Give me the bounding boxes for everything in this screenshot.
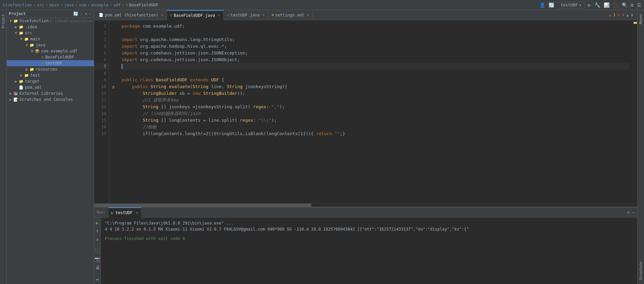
line-num: 3 bbox=[94, 36, 109, 43]
scroll-down-button[interactable]: ↓ bbox=[95, 236, 100, 242]
stop-button[interactable]: ⬛ bbox=[95, 248, 100, 254]
tree-external-libraries[interactable]: ▶ 📚 External Libraries bbox=[7, 90, 94, 96]
library-icon: 📚 bbox=[13, 91, 18, 96]
update-icon[interactable]: 🔄 bbox=[549, 2, 554, 8]
breadcrumb-java[interactable]: java bbox=[64, 3, 74, 7]
breadcrumb-com[interactable]: com bbox=[79, 3, 86, 7]
tab-close-icon[interactable]: ✕ bbox=[218, 13, 220, 17]
breadcrumb-udf[interactable]: udf bbox=[114, 3, 121, 7]
maven-label[interactable]: Maven bbox=[638, 13, 643, 26]
tree-target[interactable]: ▶ 📁 target bbox=[7, 78, 94, 84]
code-line: // line的服务器时间|json bbox=[122, 110, 629, 117]
tab-basefieldudf[interactable]: © BaseFieldUDF.java ✕ bbox=[167, 10, 224, 20]
tab-testudf[interactable]: © testUDF.java ✕ bbox=[224, 10, 268, 20]
structure-label[interactable]: Structure bbox=[638, 260, 643, 281]
tab-close-icon[interactable]: ✕ bbox=[262, 13, 265, 17]
tab-label: pom.xml (hivefunction) bbox=[105, 13, 158, 17]
tab-settings[interactable]: ⚙ settings.xml ✕ bbox=[268, 10, 313, 20]
line-num-active: 7 bbox=[94, 63, 109, 70]
build-icon[interactable]: 🔧 bbox=[595, 2, 600, 8]
tree-arrow: ▼ bbox=[26, 43, 30, 47]
tree-idea[interactable]: ▶ 📁 .idea bbox=[7, 24, 94, 30]
coverage-icon[interactable]: 📊 bbox=[604, 2, 609, 8]
print-button[interactable]: 🖨 bbox=[95, 265, 100, 270]
project-tree[interactable]: Project 🔄 ↕ ⚙ — ▼ 📁 hivefunction E:\Idea… bbox=[7, 10, 94, 284]
breadcrumb-project[interactable]: hivefunction bbox=[3, 3, 32, 7]
run-tab-close[interactable]: ✕ bbox=[136, 210, 138, 215]
tree-arrow: ▶ bbox=[15, 25, 19, 29]
play-button[interactable]: ▶ bbox=[95, 220, 100, 226]
scroll-up-button[interactable]: ↑ bbox=[95, 228, 100, 234]
gear-icon[interactable]: ⚙ bbox=[85, 11, 87, 16]
code-line: StringBuilder sb = new StringBuilder(); bbox=[122, 90, 629, 97]
menu-icon[interactable]: ☰ bbox=[637, 2, 641, 8]
tab-close-icon[interactable]: ✕ bbox=[161, 13, 163, 17]
code-line bbox=[122, 30, 629, 36]
line-numbers: 1 2 3 4 5 6 7 8 9 10 11 12 13 14 15 16 1… bbox=[94, 20, 109, 203]
tree-test[interactable]: ▶ 📁 test bbox=[7, 72, 94, 78]
sync-icon[interactable]: 🔄 bbox=[73, 11, 78, 16]
code-editor[interactable]: 1 2 3 4 5 6 7 8 9 10 11 12 13 14 15 16 1… bbox=[94, 20, 637, 203]
settings-icon[interactable]: ⚙️ bbox=[631, 2, 634, 8]
folder-icon: 📁 bbox=[19, 79, 24, 84]
class-icon: © bbox=[42, 61, 44, 66]
tree-resources[interactable]: ▶ 📁 resources bbox=[7, 66, 94, 72]
minimize-icon[interactable]: — bbox=[89, 11, 92, 16]
bottom-settings-icon[interactable]: ⚙ bbox=[627, 210, 630, 215]
tree-arrow: ▼ bbox=[20, 37, 24, 41]
code-line: String [] longContents = line.split( reg… bbox=[122, 117, 629, 124]
line-num: 13 bbox=[94, 104, 109, 110]
tab-pom[interactable]: 📄 pom.xml (hivefunction) ✕ bbox=[95, 10, 167, 20]
account-icon[interactable]: 👤 bbox=[540, 2, 545, 8]
tree-basefieldudf[interactable]: © BaseFieldUDF bbox=[7, 54, 94, 60]
line-num: 15 bbox=[94, 117, 109, 124]
wrap-button[interactable]: ↩ bbox=[95, 277, 100, 282]
bottom-panel: Run: ▶ testUDF ✕ ⚙ — ▶ ↑ ↓ ⬛ bbox=[94, 207, 637, 284]
tree-scratches[interactable]: ▶ 📝 Scratches and Consoles bbox=[7, 96, 94, 103]
camera-button[interactable]: 📷 bbox=[95, 256, 100, 262]
tree-package[interactable]: ▼ 📦 com.example.udf bbox=[7, 48, 94, 54]
code-line-active[interactable] bbox=[122, 63, 629, 70]
tree-label: main bbox=[30, 37, 40, 41]
line-num: 4 bbox=[94, 43, 109, 50]
sidebar-project-label[interactable]: Project bbox=[1, 13, 6, 30]
nav-up-icon[interactable]: ▲ bbox=[627, 13, 629, 17]
run-tab-icon: ▶ bbox=[111, 210, 114, 215]
tree-label: pom.xml bbox=[25, 85, 42, 90]
tab-label: BaseFieldUDF.java bbox=[174, 13, 215, 18]
error-count: 4 bbox=[622, 13, 625, 17]
stop-icon[interactable]: ⬛ bbox=[613, 2, 618, 8]
breadcrumb-class-icon: © bbox=[126, 3, 128, 7]
scroll-gutter bbox=[633, 20, 637, 203]
run-config-dropdown-icon: ▾ bbox=[579, 3, 582, 7]
run-tab[interactable]: ▶ testUDF ✕ bbox=[109, 207, 141, 217]
code-line: package com.example.udf; bbox=[122, 23, 629, 30]
code-content[interactable]: package com.example.udf; import org.apac… bbox=[118, 20, 633, 203]
tree-main[interactable]: ▼ 📁 main bbox=[7, 36, 94, 42]
xml-icon: 📄 bbox=[19, 85, 24, 90]
breadcrumb-example[interactable]: example bbox=[91, 3, 109, 7]
tree-arrow: ▶ bbox=[20, 73, 24, 78]
nav-down-icon[interactable]: ▼ bbox=[631, 13, 633, 17]
line-num: 6 bbox=[94, 56, 109, 63]
tree-hivefunction[interactable]: ▼ 📁 hivefunction E:\IdeaProject\hive bbox=[7, 18, 94, 24]
run-tab-label: testUDF bbox=[116, 210, 133, 215]
code-line: import org.apache.commons.lang.StringUti… bbox=[122, 36, 629, 43]
tree-testudf[interactable]: © testUDF bbox=[7, 60, 94, 66]
tree-pom[interactable]: 📄 pom.xml bbox=[7, 84, 94, 90]
tab-close-icon[interactable]: ✕ bbox=[307, 13, 309, 17]
bottom-minimize-icon[interactable]: — bbox=[632, 210, 635, 215]
tree-src[interactable]: ▼ 📁 src bbox=[7, 30, 94, 36]
breadcrumb-src[interactable]: src bbox=[37, 3, 44, 7]
folder-icon: 📁 bbox=[24, 37, 29, 41]
collapse-icon[interactable]: ↕ bbox=[80, 11, 83, 16]
breadcrumb-main[interactable]: main bbox=[49, 3, 59, 7]
project-tree-title: Project bbox=[9, 11, 26, 16]
tree-java[interactable]: ▼ 📁 java bbox=[7, 42, 94, 48]
horizontal-scrollbar[interactable] bbox=[94, 203, 637, 207]
search-icon[interactable]: 🔍 bbox=[622, 2, 628, 8]
breadcrumb-class[interactable]: BaseFieldUDF bbox=[129, 3, 158, 7]
console-output[interactable]: "C:\Program Files\Java\jdk1.8.0_291\bin\… bbox=[101, 217, 637, 284]
run-button[interactable]: ▶ bbox=[588, 2, 591, 8]
run-config-selector[interactable]: testUDF ▾ bbox=[558, 2, 585, 8]
